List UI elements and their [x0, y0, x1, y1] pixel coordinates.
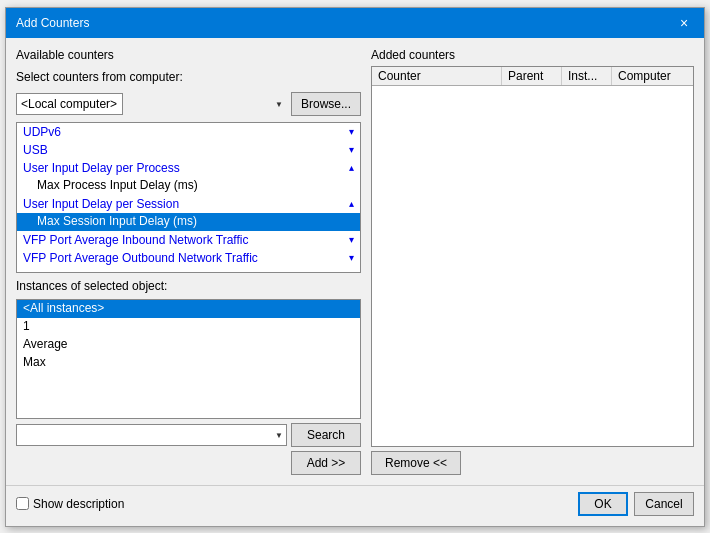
- list-item[interactable]: USB ▾: [17, 141, 360, 159]
- browse-button[interactable]: Browse...: [291, 92, 361, 116]
- counters-list[interactable]: UDPv6 ▾ USB ▾ User Input Delay per Proce…: [16, 122, 361, 273]
- cancel-button[interactable]: Cancel: [634, 492, 694, 516]
- ok-button[interactable]: OK: [578, 492, 628, 516]
- remove-button[interactable]: Remove <<: [371, 451, 461, 475]
- list-item[interactable]: User Input Delay per Session ▴: [17, 195, 360, 213]
- header-computer: Computer: [612, 67, 693, 85]
- list-item[interactable]: Average: [17, 336, 360, 354]
- close-button[interactable]: ×: [674, 13, 694, 33]
- select-from-label: Select counters from computer:: [16, 70, 361, 84]
- left-panel: Available counters Select counters from …: [16, 48, 361, 475]
- add-button[interactable]: Add >>: [291, 451, 361, 475]
- list-item[interactable]: UDPv6 ▾: [17, 123, 360, 141]
- right-panel: Added counters Counter Parent Inst... Co…: [371, 48, 694, 475]
- title-bar: Add Counters ×: [6, 8, 704, 38]
- dialog-footer: Show description OK Cancel: [6, 485, 704, 526]
- list-item[interactable]: User Input Delay per Process ▴: [17, 159, 360, 177]
- search-button[interactable]: Search: [291, 423, 361, 447]
- search-select[interactable]: [16, 424, 287, 446]
- header-instance: Inst...: [562, 67, 612, 85]
- show-description-row: Show description: [16, 497, 124, 511]
- table-header: Counter Parent Inst... Computer: [372, 67, 693, 86]
- computer-select[interactable]: <Local computer>: [16, 93, 123, 115]
- search-select-wrapper: [16, 424, 287, 446]
- instances-label: Instances of selected object:: [16, 279, 361, 293]
- instances-list[interactable]: <All instances> 1 Average Max: [16, 299, 361, 419]
- footer-buttons: OK Cancel: [578, 492, 694, 516]
- dialog-body: Available counters Select counters from …: [6, 38, 704, 485]
- available-counters-label: Available counters: [16, 48, 361, 62]
- added-counters-label: Added counters: [371, 48, 694, 62]
- header-parent: Parent: [502, 67, 562, 85]
- list-item[interactable]: Max Process Input Delay (ms): [17, 177, 360, 195]
- list-item[interactable]: VFP Port Average Inbound Network Traffic…: [17, 231, 360, 249]
- show-description-checkbox[interactable]: [16, 497, 29, 510]
- list-item[interactable]: Max: [17, 354, 360, 372]
- computer-select-row: <Local computer> Browse...: [16, 92, 361, 116]
- header-counter: Counter: [372, 67, 502, 85]
- added-counters-table: Counter Parent Inst... Computer: [371, 66, 694, 447]
- remove-row: Remove <<: [371, 451, 694, 475]
- dialog-title: Add Counters: [16, 16, 89, 30]
- instances-section: Instances of selected object: <All insta…: [16, 279, 361, 475]
- add-row: Add >>: [16, 451, 361, 475]
- list-item[interactable]: VFP Port Average Outbound Network Traffi…: [17, 249, 360, 267]
- add-counters-dialog: Add Counters × Available counters Select…: [5, 7, 705, 527]
- computer-select-wrapper: <Local computer>: [16, 93, 287, 115]
- list-item[interactable]: <All instances>: [17, 300, 360, 318]
- list-item[interactable]: Max Session Input Delay (ms): [17, 213, 360, 231]
- show-description-label: Show description: [33, 497, 124, 511]
- list-item[interactable]: 1: [17, 318, 360, 336]
- search-row: Search: [16, 423, 361, 447]
